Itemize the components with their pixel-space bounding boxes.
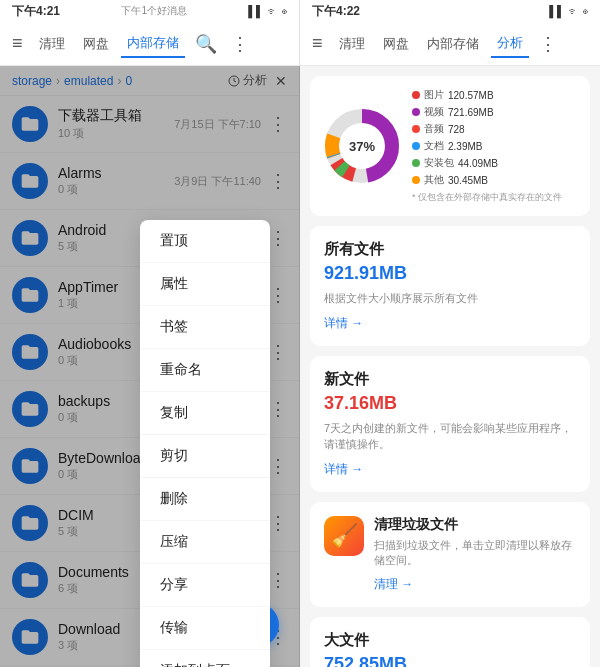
large-files-title: 大文件	[324, 631, 576, 650]
legend-dot-app	[412, 159, 420, 167]
clean-junk-icon: 🧹	[324, 516, 364, 556]
clean-junk-info: 清理垃圾文件 扫描到垃圾文件，单击立即清理以释放存储空间。 清理 →	[374, 516, 576, 594]
chart-card: 37% 图片 120.57MB 视频 721.69MB 音频 728	[310, 76, 590, 216]
right-nav-clean[interactable]: 清理	[333, 31, 371, 57]
left-panel: 下午4:21 下午1个好消息 ▌▌ ᯤ ⊛ ≡ 清理 网盘 内部存储 🔍 ⋮ s…	[0, 0, 300, 667]
left-nav-menu[interactable]: ≡	[8, 29, 27, 58]
all-files-card: 所有文件 921.91MB 根据文件大小顺序展示所有文件 详情 →	[310, 226, 590, 346]
new-files-title: 新文件	[324, 370, 576, 389]
clean-junk-title: 清理垃圾文件	[374, 516, 576, 534]
menu-item-pin[interactable]: 置顶	[140, 220, 270, 263]
right-nav-more[interactable]: ⋮	[535, 29, 561, 59]
legend-item: 音频 728	[412, 122, 578, 136]
menu-item-transfer[interactable]: 传输	[140, 607, 270, 650]
left-nav-bar: ≡ 清理 网盘 内部存储 🔍 ⋮	[0, 22, 299, 66]
clean-junk-button[interactable]: 清理 →	[374, 576, 576, 593]
all-files-title: 所有文件	[324, 240, 576, 259]
right-status-icons: ▌▌ ᯤ ⊛	[549, 5, 588, 17]
donut-chart: 37%	[322, 106, 402, 186]
new-files-detail[interactable]: 详情 →	[324, 461, 576, 478]
right-nav-internal[interactable]: 内部存储	[421, 31, 485, 57]
left-nav-search[interactable]: 🔍	[191, 29, 221, 59]
new-files-desc: 7天之内创建的新文件，可能会影响某些应用程序，请谨慎操作。	[324, 420, 576, 453]
context-menu: 置顶 属性 书签 重命名 复制 剪切 删除 压缩 分享 传输 添加到桌面	[140, 220, 270, 667]
right-nav-menu[interactable]: ≡	[308, 29, 327, 58]
left-nav-more[interactable]: ⋮	[227, 29, 253, 59]
menu-item-compress[interactable]: 压缩	[140, 521, 270, 564]
legend-dot-video	[412, 108, 420, 116]
right-status-bar: 下午4:22 ▌▌ ᯤ ⊛	[300, 0, 600, 22]
menu-item-props[interactable]: 属性	[140, 263, 270, 306]
legend-dot-audio	[412, 125, 420, 133]
menu-item-bookmark[interactable]: 书签	[140, 306, 270, 349]
legend-item: 视频 721.69MB	[412, 105, 578, 119]
donut-percent: 37%	[349, 139, 375, 154]
right-nav-cloud[interactable]: 网盘	[377, 31, 415, 57]
left-nav-clean[interactable]: 清理	[33, 31, 71, 57]
right-nav-analysis[interactable]: 分析	[491, 30, 529, 58]
left-time: 下午4:21	[12, 3, 60, 20]
chart-legend: 图片 120.57MB 视频 721.69MB 音频 728 文档 2.39MB	[412, 88, 578, 204]
left-status-bar: 下午4:21 下午1个好消息 ▌▌ ᯤ ⊛	[0, 0, 299, 22]
right-panel: 下午4:22 ▌▌ ᯤ ⊛ ≡ 清理 网盘 内部存储 分析 ⋮	[300, 0, 600, 667]
right-nav-bar: ≡ 清理 网盘 内部存储 分析 ⋮	[300, 22, 600, 66]
menu-item-add-desktop[interactable]: 添加到桌面	[140, 650, 270, 667]
menu-item-delete[interactable]: 删除	[140, 478, 270, 521]
legend-dot-photo	[412, 91, 420, 99]
legend-dot-other	[412, 176, 420, 184]
all-files-size: 921.91MB	[324, 263, 576, 284]
large-files-card: 大文件 752.85MB 设备中存储的大于10MB的文件，可能包含重要文件，请谨…	[310, 617, 590, 667]
all-files-detail[interactable]: 详情 →	[324, 315, 576, 332]
legend-item: 图片 120.57MB	[412, 88, 578, 102]
new-files-size: 37.16MB	[324, 393, 576, 414]
menu-item-rename[interactable]: 重命名	[140, 349, 270, 392]
legend-item: 其他 30.45MB	[412, 173, 578, 187]
left-status-icons: ▌▌ ᯤ ⊛	[248, 5, 287, 17]
right-time: 下午4:22	[312, 3, 360, 20]
menu-item-share[interactable]: 分享	[140, 564, 270, 607]
analysis-content: 37% 图片 120.57MB 视频 721.69MB 音频 728	[300, 66, 600, 667]
new-files-card: 新文件 37.16MB 7天之内创建的新文件，可能会影响某些应用程序，请谨慎操作…	[310, 356, 590, 492]
menu-item-cut[interactable]: 剪切	[140, 435, 270, 478]
clean-junk-desc: 扫描到垃圾文件，单击立即清理以释放存储空间。	[374, 538, 576, 569]
left-nav-internal[interactable]: 内部存储	[121, 30, 185, 58]
legend-dot-doc	[412, 142, 420, 150]
menu-item-copy[interactable]: 复制	[140, 392, 270, 435]
left-nav-cloud[interactable]: 网盘	[77, 31, 115, 57]
chart-note: * 仅包含在外部存储中真实存在的文件	[412, 191, 578, 204]
clean-junk-card: 🧹 清理垃圾文件 扫描到垃圾文件，单击立即清理以释放存储空间。 清理 →	[310, 502, 590, 608]
legend-item: 文档 2.39MB	[412, 139, 578, 153]
large-files-size: 752.85MB	[324, 654, 576, 667]
left-subtitle: 下午1个好消息	[121, 4, 187, 18]
all-files-desc: 根据文件大小顺序展示所有文件	[324, 290, 576, 307]
legend-item: 安装包 44.09MB	[412, 156, 578, 170]
